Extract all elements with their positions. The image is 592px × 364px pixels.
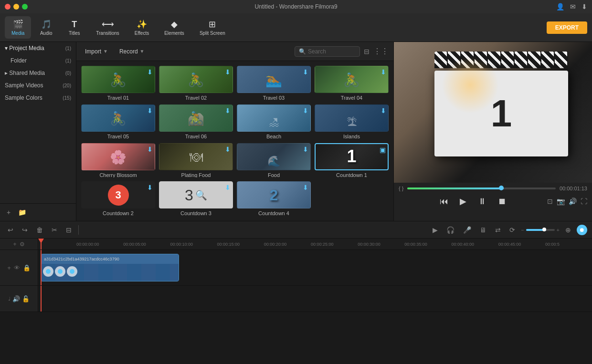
record-chevron: ▼ — [140, 49, 145, 54]
download-icon[interactable]: ⬇ — [581, 3, 587, 10]
snapshot-button[interactable]: 📷 — [557, 198, 565, 205]
list-item[interactable]: 1 ▣ Countdown 1 — [315, 143, 389, 178]
audio-lock-button[interactable]: 🔓 — [22, 295, 30, 302]
list-item[interactable]: 🚴 ⬇ Travel 02 — [159, 66, 233, 101]
track-lock-button[interactable]: 🔒 — [23, 264, 31, 271]
list-item[interactable]: 2 ⬇ Countdown 4 — [237, 181, 311, 216]
timeline-settings-button[interactable]: ⚙ — [20, 241, 25, 248]
zoom-handle — [542, 228, 546, 231]
toolbar-item-split-screen[interactable]: ⊞ Split Screen — [193, 16, 232, 39]
title-bar: Untitled - Wondershare Filmora9 👤 ✉ ⬇ — [0, 0, 592, 13]
list-item[interactable]: 3🔍 ⬇ Countdown 3 — [159, 181, 233, 216]
sidebar-item-project-media[interactable]: ▾ Project Media (1) — [0, 42, 76, 54]
stop-button[interactable]: ⏹ — [496, 195, 508, 208]
record-timeline-button[interactable]: ⏺ — [577, 225, 587, 235]
minimize-button[interactable] — [13, 4, 19, 10]
list-item[interactable]: 🌸 ⬇ Cherry Blossom — [81, 143, 155, 178]
sample-colors-label: Sample Colors — [5, 94, 42, 101]
ruler-tick-3: 00:00:15:00 — [217, 242, 264, 247]
import-button[interactable]: Import ▼ — [81, 46, 112, 57]
sidebar-item-folder[interactable]: Folder (1) — [0, 54, 76, 67]
undo-button[interactable]: ↩ — [5, 224, 16, 236]
svg-point-2 — [70, 269, 74, 274]
audio-volume-button[interactable]: 🔊 — [12, 295, 20, 302]
clip-name: a31d3421c2bd1a439217acdcc46c3790 — [44, 257, 119, 261]
list-item[interactable]: 🚴 ⬇ Travel 05 — [81, 104, 155, 139]
rewind-button[interactable]: ⏮ — [438, 195, 450, 208]
folder-button[interactable]: 📁 — [16, 207, 28, 218]
person-icon[interactable]: 👤 — [556, 3, 564, 10]
screen-size-button[interactable]: ⊡ — [547, 198, 553, 205]
zoom-control: − + — [521, 227, 560, 233]
list-item[interactable]: 🏊 ⬇ Travel 03 — [237, 66, 311, 101]
video-track-area[interactable]: a31d3421c2bd1a439217acdcc46c3790 — [38, 250, 592, 285]
media-thumb-travel06: 🚵 ⬇ — [159, 104, 233, 132]
add-track-button[interactable]: + — [13, 241, 16, 248]
track-eye-button[interactable]: 👁 — [14, 264, 20, 271]
ruler-tick-1: 00:00:05:00 — [123, 242, 170, 247]
message-icon[interactable]: ✉ — [570, 3, 576, 10]
close-button[interactable] — [5, 4, 11, 10]
list-item[interactable]: 🚴 ⬇ Travel 04 — [315, 66, 389, 101]
zoom-slider[interactable] — [526, 229, 555, 231]
audio-track-area[interactable] — [38, 286, 592, 312]
list-item[interactable]: 🚵 ⬇ Travel 06 — [159, 104, 233, 139]
filter-icon[interactable]: ⊟ — [364, 48, 370, 55]
transitions-icon: ⟷ — [102, 19, 114, 30]
svg-point-0 — [46, 269, 51, 274]
toolbar-item-media[interactable]: 🎬 Media — [5, 16, 31, 39]
sidebar-item-sample-colors[interactable]: Sample Colors (15) — [0, 92, 76, 104]
play-button[interactable]: ▶ — [458, 194, 468, 208]
split-button[interactable]: ⊟ — [63, 224, 74, 236]
toolbar-item-elements[interactable]: ◆ Elements — [158, 16, 191, 39]
toolbar-item-titles[interactable]: T Titles — [61, 17, 87, 39]
timeline-swap-button[interactable]: ⇄ — [492, 224, 504, 236]
list-item[interactable]: 3 ⬇ Countdown 2 — [81, 181, 155, 216]
left-panel-items: ▾ Project Media (1) Folder (1) ▸ Shared … — [0, 42, 76, 203]
timeline-loop-button[interactable]: ⟳ — [507, 224, 518, 236]
sidebar-item-shared-media[interactable]: ▸ Shared Media (0) — [0, 67, 76, 79]
search-bar: 🔍 — [295, 46, 360, 57]
list-item[interactable]: 🍽 ⬇ Plating Food — [159, 143, 233, 178]
import-chevron: ▼ — [103, 49, 108, 54]
maximize-button[interactable] — [22, 4, 28, 10]
add-media-button[interactable]: + — [3, 207, 14, 218]
toolbar-item-audio[interactable]: 🎵 Audio — [33, 16, 59, 39]
export-button[interactable]: EXPORT — [547, 21, 587, 34]
add-clip-button[interactable]: ⊕ — [562, 224, 574, 236]
clip-waveform — [43, 266, 77, 277]
toolbar-item-transitions[interactable]: ⟷ Transitions — [89, 16, 126, 39]
clap-number: 1 — [491, 92, 512, 135]
timeline-monitor-button[interactable]: 🖥 — [477, 224, 489, 236]
list-item[interactable]: 🏝 ⬇ Islands — [315, 104, 389, 139]
grid-view-icon[interactable]: ⋮⋮ — [373, 47, 389, 56]
timeline-headphone-button[interactable]: 🎧 — [444, 224, 457, 236]
sidebar-item-sample-videos[interactable]: Sample Videos (20) — [0, 79, 76, 92]
zoom-plus[interactable]: + — [557, 227, 560, 233]
toolbar-item-effects[interactable]: ✨ Effects — [128, 16, 156, 39]
list-item[interactable]: 🌊 ⬇ Food — [237, 143, 311, 178]
volume-button[interactable]: 🔊 — [569, 198, 577, 205]
fullscreen-button[interactable]: ⛶ — [581, 198, 587, 205]
left-panel-bottom: + 📁 — [0, 203, 76, 221]
preview-progress-bar[interactable] — [407, 187, 555, 189]
video-track-clip[interactable]: a31d3421c2bd1a439217acdcc46c3790 — [41, 254, 179, 281]
timeline-empty — [0, 312, 592, 364]
pause-button[interactable]: ⏸ — [476, 195, 488, 208]
preview-time-bar: { } 00:00:01:13 — [399, 186, 587, 191]
delete-button[interactable]: 🗑 — [33, 224, 46, 236]
record-button[interactable]: Record ▼ — [116, 46, 148, 57]
zoom-minus[interactable]: − — [521, 227, 524, 233]
audio-note-icon: ♩ — [8, 296, 11, 302]
timeline-right-controls: ▶ 🎧 🎤 🖥 ⇄ ⟳ − + ⊕ ⏺ — [430, 224, 587, 236]
timeline-play-button[interactable]: ▶ — [430, 224, 441, 236]
list-item[interactable]: 🏖 ⬇ Beach — [237, 104, 311, 139]
media-label-countdown2: Countdown 2 — [81, 208, 155, 216]
record-label: Record — [119, 48, 138, 55]
search-input[interactable] — [308, 48, 356, 55]
track-add-button[interactable]: + — [7, 264, 11, 271]
timeline-mic-button[interactable]: 🎤 — [460, 224, 474, 236]
redo-button[interactable]: ↪ — [19, 224, 31, 236]
cut-button[interactable]: ✂ — [49, 224, 60, 236]
list-item[interactable]: 🚴 ⬇ Travel 01 — [81, 66, 155, 101]
